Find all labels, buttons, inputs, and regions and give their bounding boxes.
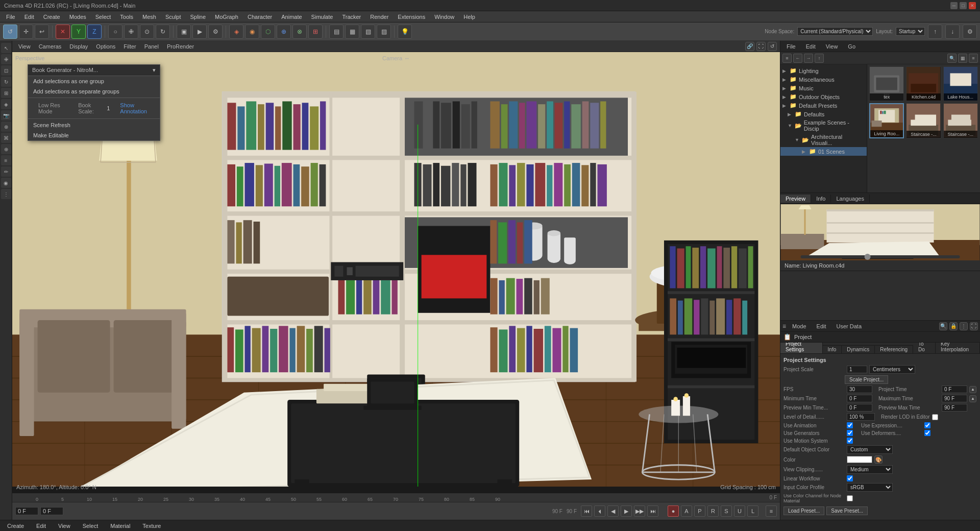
asset-search-btn[interactable]: 🔍: [947, 54, 957, 63]
sidebar-more-tool[interactable]: ⋮: [1, 189, 11, 199]
bottom-menu-view[interactable]: View: [54, 522, 75, 530]
tl-prev-key[interactable]: ⏴: [594, 505, 605, 517]
layout-btn1[interactable]: ↑: [928, 25, 942, 39]
use-deformers-checkbox[interactable]: [924, 430, 930, 436]
tree-item-lighting[interactable]: ▶ 📁 Lighting: [780, 66, 867, 75]
obj-color-dropdown[interactable]: Custom: [847, 445, 893, 454]
tool-light[interactable]: 💡: [398, 25, 412, 39]
layout-btn3[interactable]: ⚙: [963, 25, 977, 39]
tree-item-arch-vis[interactable]: ▼ 📂 Architectural Visuali...: [780, 133, 867, 147]
viewport-canvas[interactable]: -- right side row 2: [12, 52, 780, 493]
sidebar-deform-tool[interactable]: ⊗: [1, 122, 11, 132]
tree-item-default-presets[interactable]: ▶ 📁 Default Presets: [780, 101, 867, 110]
props-tab-todo[interactable]: To Do: [913, 343, 936, 353]
menu-spline[interactable]: Spline: [186, 13, 210, 21]
tool-obj6[interactable]: ⊞: [308, 25, 323, 39]
view-clipping-dropdown[interactable]: Medium: [847, 465, 893, 474]
menu-modes[interactable]: Modes: [65, 13, 90, 21]
color-picker-btn[interactable]: 🎨: [874, 455, 883, 464]
bottom-menu-create[interactable]: Create: [3, 522, 28, 530]
asset-menu-edit[interactable]: Edit: [803, 42, 819, 51]
tool-obj2[interactable]: ◉: [245, 25, 259, 39]
tree-item-misc[interactable]: ▶ 📁 Miscellaneous: [780, 75, 867, 84]
menu-simulate[interactable]: Simulate: [307, 13, 337, 21]
menu-create[interactable]: Create: [39, 13, 64, 21]
tool-viewport1[interactable]: ▤: [329, 25, 344, 39]
asset-menu-btn[interactable]: ≡: [782, 54, 792, 63]
asset-thumb-lakehouse[interactable]: Lake Hous...: [943, 66, 978, 101]
menu-animate[interactable]: Animate: [277, 13, 306, 21]
preview-tab-preview[interactable]: Preview: [780, 195, 811, 203]
sidebar-rotate-tool[interactable]: ↻: [1, 77, 11, 87]
tool-render-view[interactable]: ▣: [177, 25, 191, 39]
props-expand-btn[interactable]: ⛶: [970, 322, 978, 330]
vp-refresh-btn[interactable]: ↺: [768, 42, 777, 51]
tree-item-defaults[interactable]: ▶ 📁 Defaults: [780, 110, 867, 118]
preview-slider[interactable]: [800, 255, 960, 258]
vp-menu-view[interactable]: View: [15, 42, 34, 51]
vp-menu-panel[interactable]: Panel: [141, 42, 162, 51]
prev-max-input[interactable]: [942, 404, 967, 412]
menu-mesh[interactable]: Mesh: [138, 13, 160, 21]
bottom-menu-texture[interactable]: Texture: [138, 522, 165, 530]
tool-viewport4[interactable]: ▨: [377, 25, 391, 39]
tl-pla-key[interactable]: L: [747, 505, 758, 517]
current-time-field[interactable]: [15, 507, 38, 515]
sidebar-bend-tool[interactable]: ⊕: [1, 144, 11, 154]
tl-pos-key[interactable]: P: [694, 505, 705, 517]
color-swatch[interactable]: [847, 456, 872, 463]
bottom-menu-edit[interactable]: Edit: [32, 522, 50, 530]
vp-menu-cameras[interactable]: Cameras: [36, 42, 65, 51]
ctx-scene-refresh[interactable]: Scene Refresh: [28, 120, 160, 130]
tool-undo[interactable]: ↩: [35, 25, 49, 39]
lod-input[interactable]: [847, 413, 875, 421]
menu-help[interactable]: Help: [459, 13, 479, 21]
layout-btn2[interactable]: ↓: [945, 25, 960, 39]
tool-scale[interactable]: ⊙: [140, 25, 154, 39]
tool-x[interactable]: ✕: [56, 25, 70, 39]
bottom-menu-material[interactable]: Material: [106, 522, 134, 530]
tl-rot-key[interactable]: R: [707, 505, 719, 517]
tool-obj5[interactable]: ⊗: [292, 25, 307, 39]
max-time-input[interactable]: [942, 395, 967, 402]
sidebar-cursor-tool[interactable]: ↖: [1, 43, 11, 53]
preview-tab-info[interactable]: Info: [811, 195, 831, 203]
use-animation-checkbox[interactable]: [847, 422, 853, 428]
asset-fwd-btn[interactable]: →: [804, 54, 813, 63]
asset-grid-btn[interactable]: ▦: [958, 54, 967, 63]
maximize-button[interactable]: □: [960, 2, 967, 9]
menu-mograph[interactable]: MoGraph: [211, 13, 242, 21]
tl-auto-key[interactable]: A: [681, 505, 692, 517]
tool-viewport3[interactable]: ▧: [361, 25, 375, 39]
asset-thumb-kitchen[interactable]: Kitchen.c4d: [906, 66, 941, 101]
tree-item-outdoor[interactable]: ▶ 📁 Outdoor Objects: [780, 92, 867, 101]
props-userdata-btn[interactable]: User Data: [832, 322, 866, 330]
menu-extensions[interactable]: Extensions: [394, 13, 429, 21]
save-preset-button[interactable]: Save Preset...: [826, 506, 868, 515]
sidebar-twist-tool[interactable]: ⌘: [1, 133, 11, 143]
frame-pos-field[interactable]: [40, 507, 63, 515]
tl-play[interactable]: ▶: [621, 505, 632, 517]
sidebar-transform-tool[interactable]: ⊞: [1, 88, 11, 98]
tool-obj4[interactable]: ⊕: [277, 25, 291, 39]
tree-item-example-scenes[interactable]: ▼ 📂 Example Scenes - Discip: [780, 118, 867, 133]
sidebar-layer-tool[interactable]: ≡: [1, 155, 11, 165]
tool-add[interactable]: ✛: [19, 25, 33, 39]
menu-tracker[interactable]: Tracker: [338, 13, 365, 21]
layout-dropdown[interactable]: Startup: [896, 27, 925, 36]
props-search-btn[interactable]: 🔍: [939, 322, 947, 330]
asset-menu-go[interactable]: Go: [845, 42, 859, 51]
color-profile-dropdown[interactable]: sRGB: [847, 483, 893, 492]
render-lod-checkbox[interactable]: [932, 414, 938, 420]
ctx-add-one-group[interactable]: Add selections as one group: [28, 76, 160, 86]
scale-project-button[interactable]: Scale Project...: [845, 375, 888, 384]
menu-window[interactable]: Window: [430, 13, 458, 21]
sidebar-sculpt-tool[interactable]: ◉: [1, 178, 11, 188]
tl-scale-key[interactable]: S: [721, 505, 732, 517]
tl-record-btn[interactable]: ●: [668, 505, 679, 517]
project-scale-input[interactable]: [847, 366, 867, 373]
asset-thumb-livingroom[interactable]: Living Roo...: [869, 103, 904, 138]
preview-tab-languages[interactable]: Languages: [831, 195, 869, 203]
props-edit-btn[interactable]: Edit: [813, 322, 830, 330]
close-button[interactable]: ✕: [969, 2, 976, 9]
